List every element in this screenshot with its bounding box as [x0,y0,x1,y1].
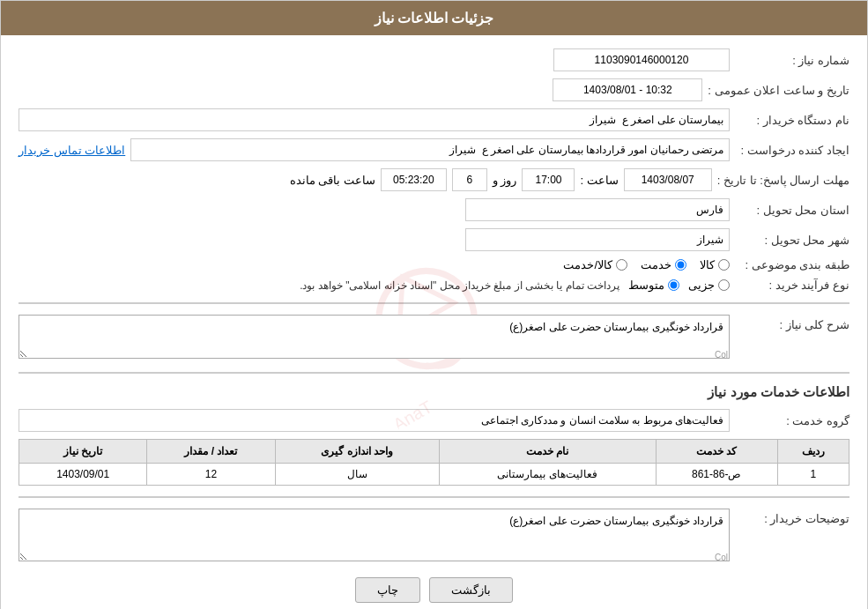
deadline-label: مهلت ارسال پاسخ: تا تاریخ : [717,174,849,187]
deadline-days-input[interactable] [452,168,487,191]
creator-input[interactable] [130,138,730,161]
category-option-khedmat[interactable]: خدمت [641,258,686,271]
buyer-input[interactable] [19,108,730,131]
need-description-row: شرح کلی نیاز : قرارداد خونگیری بیمارستان… [19,315,849,361]
creator-row: ایجاد کننده درخواست : اطلاعات تماس خریدا… [19,138,849,161]
announce-date-input[interactable] [553,78,702,101]
table-cell-date: 1403/09/01 [19,464,147,486]
col-header-code: کد خدمت [656,440,777,464]
service-table: ردیف کد خدمت نام خدمت واحد اندازه گیری ت… [19,439,849,486]
divider-1 [19,302,849,304]
divider-3 [19,496,849,498]
table-cell-row: 1 [777,464,849,486]
city-row: شهر محل تحویل : [19,228,849,251]
purchase-type-radio-motavasset[interactable] [668,279,679,291]
service-table-header-row: ردیف کد خدمت نام خدمت واحد اندازه گیری ت… [19,440,849,464]
need-number-row: شماره نیاز : [19,48,849,71]
category-radio-kala-khedmat[interactable] [616,259,627,271]
table-cell-code: ص-86-861 [656,464,777,486]
deadline-remain-label: ساعت باقی مانده [290,174,375,187]
services-section-title: اطلاعات خدمات مورد نیاز [19,384,849,400]
buyer-desc-row: توضیحات خریدار : قرارداد خونگیری بیمارست… [19,509,849,564]
purchase-type-label: نوع فرآیند خرید : [735,279,849,292]
purchase-type-label-jozi: جزیی [688,279,715,292]
deadline-days-label: روز و [493,174,517,187]
col-badge: Col [715,350,728,360]
category-radio-group: کالا خدمت کالا/خدمت [563,258,730,271]
service-group-input[interactable] [19,409,730,432]
category-label-kala-khedmat: کالا/خدمت [563,258,612,271]
buyer-desc-label: توضیحات خریدار : [735,509,849,525]
purchase-type-label-motavasset: متوسط [628,279,664,292]
category-radio-kala[interactable] [718,259,730,271]
table-cell-unit: سال [275,464,439,486]
print-button[interactable]: چاپ [355,577,420,603]
purchase-type-radio-jozi[interactable] [718,279,730,291]
col-header-date: تاریخ نیاز [19,440,147,464]
col-header-row: ردیف [777,440,849,464]
category-label: طبقه بندی موضوعی : [735,258,849,271]
category-option-kala-khedmat[interactable]: کالا/خدمت [563,258,627,271]
category-row: طبقه بندی موضوعی : کالا خدمت کالا/خدمت [19,258,849,271]
announce-date-row: تاریخ و ساعت اعلان عمومی : [19,78,849,101]
col-header-name: نام خدمت [439,440,656,464]
buyer-label: نام دستگاه خریدار : [735,114,849,127]
category-radio-khedmat[interactable] [675,259,686,271]
table-cell-quantity: 12 [147,464,275,486]
need-number-input[interactable] [553,48,730,71]
deadline-remain-input[interactable] [381,168,447,191]
buyer-row: نام دستگاه خریدار : [19,108,849,131]
buyer-desc-wrapper: قرارداد خونگیری بیمارستان حضرت علی اصغر(… [19,509,730,564]
table-row: 1ص-86-861فعالیت‌های بیمارستانیسال121403/… [19,464,849,486]
buyer-desc-textarea[interactable]: قرارداد خونگیری بیمارستان حضرت علی اصغر(… [19,509,730,561]
back-button[interactable]: بازگشت [429,577,513,603]
need-description-label: شرح کلی نیاز : [735,315,849,331]
purchase-type-options: جزیی متوسط پرداخت تمام یا بخشی از مبلغ خ… [300,279,730,292]
need-description-textarea[interactable]: قرارداد خونگیری بیمارستان حضرت علی اصغر(… [19,315,730,359]
button-row: بازگشت چاپ [19,577,849,603]
announce-date-label: تاریخ و ساعت اعلان عمومی : [708,84,849,97]
service-group-row: گروه خدمت : [19,409,849,432]
purchase-type-row: نوع فرآیند خرید : جزیی متوسط پرداخت تمام… [19,279,849,292]
purchase-type-jozi[interactable]: جزیی [688,279,730,292]
buyer-desc-col-badge: Col [715,553,728,562]
page-title: جزئیات اطلاعات نیاز [375,11,494,26]
page-header: جزئیات اطلاعات نیاز [1,1,867,35]
province-input[interactable] [465,198,730,221]
contact-link[interactable]: اطلاعات تماس خریدار [19,144,125,157]
deadline-row: مهلت ارسال پاسخ: تا تاریخ : ساعت : روز و… [19,168,849,191]
table-cell-name: فعالیت‌های بیمارستانی [439,464,656,486]
need-description-wrapper: قرارداد خونگیری بیمارستان حضرت علی اصغر(… [19,315,730,361]
purchase-type-motavasset[interactable]: متوسط [628,279,679,292]
creator-label: ایجاد کننده درخواست : [735,144,849,157]
province-label: استان محل تحویل : [735,204,849,217]
deadline-date-input[interactable] [624,168,712,191]
category-label-kala: کالا [700,258,715,271]
province-row: استان محل تحویل : [19,198,849,221]
category-option-kala[interactable]: کالا [700,258,730,271]
purchase-note: پرداخت تمام یا بخشی از مبلغ خریداز محل "… [300,279,619,292]
deadline-time-input[interactable] [522,168,575,191]
city-label: شهر محل تحویل : [735,234,849,247]
col-header-quantity: تعداد / مقدار [147,440,275,464]
service-table-body: 1ص-86-861فعالیت‌های بیمارستانیسال121403/… [19,464,849,486]
divider-2 [19,372,849,374]
need-number-label: شماره نیاز : [735,54,849,67]
col-header-unit: واحد اندازه گیری [275,440,439,464]
category-label-khedmat: خدمت [641,258,671,271]
service-group-label: گروه خدمت : [735,414,849,427]
city-input[interactable] [465,228,730,251]
deadline-time-label: ساعت : [580,174,618,187]
